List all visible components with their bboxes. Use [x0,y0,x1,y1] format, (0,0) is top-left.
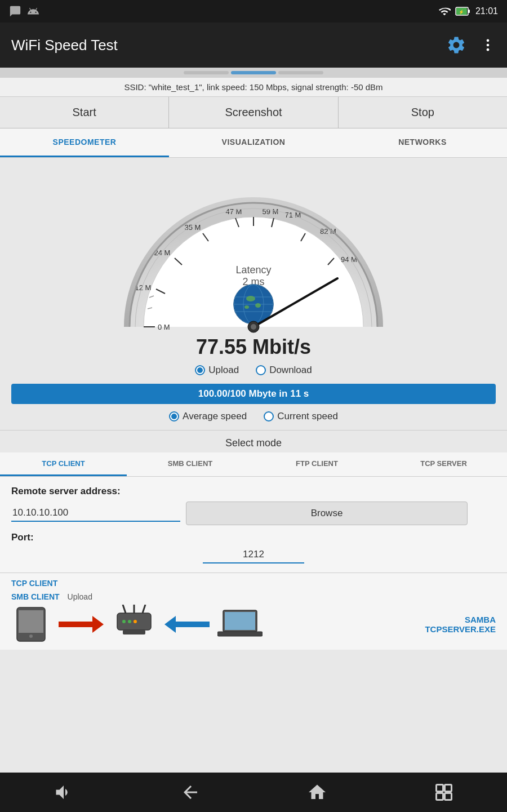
tab-networks[interactable]: NETWORKS [338,128,507,157]
upload-radio-item[interactable]: Upload [195,365,239,376]
start-button[interactable]: Start [0,97,169,128]
port-input[interactable] [203,547,304,563]
download-radio-circle[interactable] [256,365,266,375]
average-speed-circle[interactable] [169,411,179,421]
mode-tabs: TCP CLIENT SMB CLIENT FTP CLIENT TCP SER… [0,452,507,477]
svg-point-53 [134,620,137,623]
router-icon [112,605,157,644]
average-speed-item[interactable]: Average speed [169,411,247,422]
svg-marker-55 [164,616,210,633]
app-title: WiFi Speed Test [11,37,118,54]
arrow-right-icon [59,613,104,636]
device-icon [11,605,51,644]
android-icon [27,5,39,17]
status-bar-left [9,5,39,17]
server-label: Remote server address: [11,486,496,497]
svg-point-6 [487,48,490,51]
nav-bar [0,773,507,812]
diagram-section: TCP CLIENT SMB CLIENT Upload [0,573,507,650]
upload-radio-circle[interactable] [195,365,205,375]
average-speed-label: Average speed [183,411,247,422]
upload-download-radio: Upload Download [195,365,312,376]
gauge-svg: 0 M 12 M 24 M 35 M 47 M 59 M 71 M 82 M [107,163,400,344]
svg-line-47 [123,605,126,613]
svg-text:⚡: ⚡ [459,9,464,15]
form-section: Remote server address: Browse Port: [0,477,507,573]
home-icon[interactable] [307,782,327,802]
diagram-row: SAMBA TCPSERVER.EXE [11,605,496,644]
back-icon[interactable] [180,782,201,802]
svg-point-38 [255,303,261,308]
recent-icon[interactable] [434,782,454,802]
stop-button[interactable]: Stop [339,97,507,128]
tcp-client-diagram-label: TCP CLIENT [11,579,57,589]
divider-1 [0,430,507,431]
upload-diagram-label: Upload [68,592,92,601]
diagram-labels: TCP CLIENT [11,579,496,589]
speed-mode-radio: Average speed Current speed [169,411,338,422]
mode-tab-tcp-server[interactable]: TCP SERVER [380,452,507,476]
wifi-info-bar: SSID: "white_test_1", link speed: 150 Mb… [0,78,507,97]
app-bar: WiFi Speed Test [0,23,507,68]
svg-rect-59 [436,785,443,792]
volume-icon[interactable] [54,782,74,802]
svg-point-5 [487,44,490,47]
port-label: Port: [11,532,496,543]
speedometer-section: 0 M 12 M 24 M 35 M 47 M 59 M 71 M 82 M [0,158,507,452]
download-radio-item[interactable]: Download [256,365,312,376]
select-mode-label: Select mode [225,434,282,452]
server-address-input[interactable] [11,505,180,522]
samba-label: SAMBA [465,615,496,624]
svg-rect-54 [123,630,145,634]
tab-visualization[interactable]: VISUALIZATION [169,128,338,157]
progress-bar: 100.00/100 Mbyte in 11 s [11,384,496,404]
arrow-left-icon [164,613,210,636]
diagram-right-labels: SAMBA TCPSERVER.EXE [425,615,496,634]
wifi-icon [438,5,451,17]
tab-speedometer[interactable]: SPEEDOMETER [0,128,169,157]
action-buttons: Start Screenshot Stop [0,97,507,128]
upload-label: Upload [208,365,239,376]
svg-rect-44 [19,610,43,633]
top-tab-pill-3 [278,71,323,74]
svg-point-37 [246,296,255,301]
gauge-container: 0 M 12 M 24 M 35 M 47 M 59 M 71 M 82 M [107,163,400,344]
current-speed-circle[interactable] [264,411,274,421]
smb-client-diagram-label: SMB CLIENT [11,592,60,601]
svg-text:0 M: 0 M [158,323,170,331]
svg-line-49 [143,605,145,613]
status-bar: ⚡ 21:01 [0,0,507,23]
settings-icon[interactable] [446,35,466,55]
top-tab-pill-2 [231,71,276,74]
svg-text:47 M: 47 M [226,207,242,216]
svg-text:59 M: 59 M [263,207,279,216]
svg-point-45 [29,634,33,638]
tcp-server-label: TCPSERVER.EXE [425,624,496,634]
mode-tab-ftp-client[interactable]: FTP CLIENT [254,452,380,476]
more-vert-icon[interactable] [480,35,496,55]
mode-tab-tcp-client[interactable]: TCP CLIENT [0,452,127,476]
current-speed-item[interactable]: Current speed [264,411,338,422]
svg-point-4 [487,39,490,42]
status-bar-right: ⚡ 21:01 [438,5,498,17]
download-label: Download [269,365,312,376]
svg-text:Latency: Latency [235,264,271,276]
current-speed-label: Current speed [277,411,338,422]
browse-button[interactable]: Browse [186,502,468,525]
svg-rect-57 [225,612,255,630]
svg-marker-46 [59,616,104,633]
svg-rect-58 [217,632,263,636]
laptop-icon [217,607,263,641]
svg-rect-62 [444,793,451,800]
svg-point-42 [251,324,256,330]
svg-rect-61 [436,793,443,800]
svg-point-51 [122,620,126,623]
screenshot-button[interactable]: Screenshot [169,97,338,128]
top-tab-pill-1 [184,71,229,74]
wifi-info-text: SSID: "white_test_1", link speed: 150 Mb… [124,82,383,92]
message-icon [9,5,21,17]
svg-point-39 [244,305,249,309]
mode-tab-smb-client[interactable]: SMB CLIENT [127,452,254,476]
battery-icon: ⚡ [455,6,471,16]
top-tab-strip [0,68,507,78]
